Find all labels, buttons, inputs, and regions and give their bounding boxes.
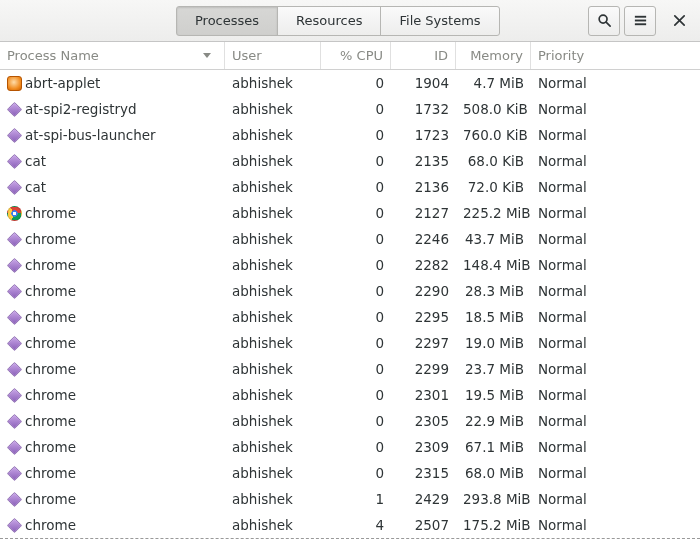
process-name: chrome	[25, 231, 76, 247]
cell-process-name: chrome	[0, 283, 225, 299]
table-row[interactable]: chromeabhishek42507175.2 MiBNormal	[0, 512, 700, 538]
table-row[interactable]: chromeabhishek0229923.7 MiBNormal	[0, 356, 700, 382]
cell-memory: 28.3 MiB	[456, 283, 531, 299]
cell-process-name: cat	[0, 153, 225, 169]
cell-priority: Normal	[531, 413, 700, 429]
column-header-process-name[interactable]: Process Name	[0, 42, 225, 69]
cell-cpu: 1	[321, 491, 391, 507]
column-header-cpu[interactable]: % CPU	[321, 42, 391, 69]
table-row[interactable]: catabhishek0213568.0 KiBNormal	[0, 148, 700, 174]
cell-priority: Normal	[531, 257, 700, 273]
cell-priority: Normal	[531, 335, 700, 351]
process-name: chrome	[25, 517, 76, 533]
process-name: chrome	[25, 387, 76, 403]
table-row[interactable]: abrt-appletabhishek019044.7 MiBNormal	[0, 70, 700, 96]
cell-id: 1723	[391, 127, 456, 143]
cell-process-name: chrome	[0, 413, 225, 429]
table-row[interactable]: chromeabhishek0231568.0 MiBNormal	[0, 460, 700, 486]
cell-memory: 175.2 MiB	[456, 517, 531, 533]
sort-indicator-icon	[203, 53, 211, 58]
view-switcher: Processes Resources File Systems	[176, 6, 500, 36]
process-name: chrome	[25, 309, 76, 325]
process-name: chrome	[25, 335, 76, 351]
column-header-priority[interactable]: Priority	[531, 42, 700, 69]
cell-id: 2136	[391, 179, 456, 195]
cell-cpu: 0	[321, 75, 391, 91]
tab-processes[interactable]: Processes	[176, 6, 278, 36]
table-row[interactable]: chromeabhishek12429293.8 MiBNormal	[0, 486, 700, 512]
table-row[interactable]: at-spi-bus-launcherabhishek01723760.0 Ki…	[0, 122, 700, 148]
cell-user: abhishek	[225, 257, 321, 273]
cell-id: 2299	[391, 361, 456, 377]
cell-user: abhishek	[225, 101, 321, 117]
menu-button[interactable]	[624, 6, 656, 36]
diamond-icon	[7, 517, 22, 532]
column-header-memory[interactable]: Memory	[456, 42, 531, 69]
cell-memory: 19.5 MiB	[456, 387, 531, 403]
column-header-user[interactable]: User	[225, 42, 321, 69]
search-button[interactable]	[588, 6, 620, 36]
cell-process-name: at-spi-bus-launcher	[0, 127, 225, 143]
cell-memory: 23.7 MiB	[456, 361, 531, 377]
tab-resources[interactable]: Resources	[277, 6, 381, 36]
cell-cpu: 4	[321, 517, 391, 533]
cell-memory: 760.0 KiB	[456, 127, 531, 143]
cell-id: 2135	[391, 153, 456, 169]
process-name: chrome	[25, 283, 76, 299]
cell-id: 2282	[391, 257, 456, 273]
headerbar-right	[588, 6, 694, 36]
process-list[interactable]: abrt-appletabhishek019044.7 MiBNormalat-…	[0, 70, 700, 547]
cell-process-name: chrome	[0, 465, 225, 481]
cell-priority: Normal	[531, 283, 700, 299]
table-row[interactable]: chromeabhishek0229028.3 MiBNormal	[0, 278, 700, 304]
table-row[interactable]: chromeabhishek0229719.0 MiBNormal	[0, 330, 700, 356]
cell-user: abhishek	[225, 283, 321, 299]
cell-memory: 18.5 MiB	[456, 309, 531, 325]
cell-id: 2295	[391, 309, 456, 325]
table-row[interactable]: chromeabhishek0230522.9 MiBNormal	[0, 408, 700, 434]
table-row[interactable]: catabhishek0213672.0 KiBNormal	[0, 174, 700, 200]
table-row[interactable]: chromeabhishek02127225.2 MiBNormal	[0, 200, 700, 226]
diamond-icon	[7, 231, 22, 246]
cell-id: 2290	[391, 283, 456, 299]
column-header-id[interactable]: ID	[391, 42, 456, 69]
diamond-icon	[7, 153, 22, 168]
cell-process-name: chrome	[0, 517, 225, 533]
cell-process-name: at-spi2-registryd	[0, 101, 225, 117]
cell-cpu: 0	[321, 179, 391, 195]
process-name: chrome	[25, 361, 76, 377]
cell-user: abhishek	[225, 465, 321, 481]
tab-file-systems[interactable]: File Systems	[380, 6, 499, 36]
process-name: chrome	[25, 413, 76, 429]
column-header-label: ID	[434, 48, 448, 63]
table-row[interactable]: chromeabhishek0230967.1 MiBNormal	[0, 434, 700, 460]
diamond-icon	[7, 283, 22, 298]
column-headers: Process Name User % CPU ID Memory Priori…	[0, 42, 700, 70]
cell-memory: 67.1 MiB	[456, 439, 531, 455]
cell-cpu: 0	[321, 101, 391, 117]
cell-cpu: 0	[321, 309, 391, 325]
cell-memory: 22.9 MiB	[456, 413, 531, 429]
table-row[interactable]: chromeabhishek0229518.5 MiBNormal	[0, 304, 700, 330]
process-name: cat	[25, 179, 46, 195]
cell-memory: 68.0 MiB	[456, 465, 531, 481]
window-close-button[interactable]	[664, 6, 694, 36]
table-row[interactable]: at-spi2-registrydabhishek01732508.0 KiBN…	[0, 96, 700, 122]
process-name: at-spi2-registryd	[25, 101, 137, 117]
diamond-icon	[7, 491, 22, 506]
column-header-label: Process Name	[7, 48, 99, 63]
svg-rect-2	[634, 16, 645, 18]
cell-cpu: 0	[321, 361, 391, 377]
cell-process-name: chrome	[0, 361, 225, 377]
cell-cpu: 0	[321, 387, 391, 403]
cell-cpu: 0	[321, 439, 391, 455]
cell-user: abhishek	[225, 309, 321, 325]
cell-priority: Normal	[531, 127, 700, 143]
cell-memory: 508.0 KiB	[456, 101, 531, 117]
table-row[interactable]: chromeabhishek0224643.7 MiBNormal	[0, 226, 700, 252]
process-name: at-spi-bus-launcher	[25, 127, 156, 143]
table-row[interactable]: chromeabhishek0230119.5 MiBNormal	[0, 382, 700, 408]
table-row[interactable]: chromeabhishek02282148.4 MiBNormal	[0, 252, 700, 278]
cell-priority: Normal	[531, 439, 700, 455]
tab-label: Processes	[195, 13, 259, 28]
